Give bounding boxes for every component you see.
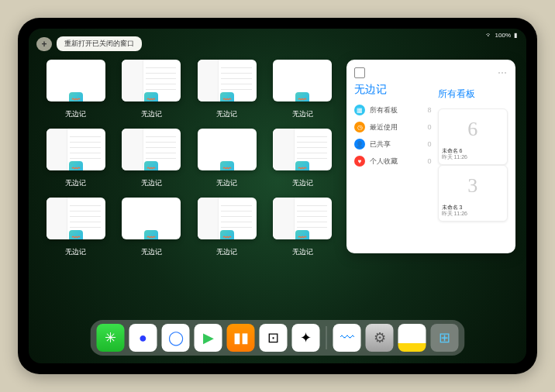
- thumbnail-label: 无边记: [216, 178, 237, 188]
- thumbnail-preview: [122, 60, 181, 101]
- category-label: 最近使用: [370, 122, 398, 132]
- category-count: 0: [428, 157, 432, 165]
- dock-wechat-icon[interactable]: ✳: [97, 324, 125, 352]
- window-grid: 无边记无边记无边记无边记无边记无边记无边记无边记无边记无边记无边记无边记: [40, 60, 346, 317]
- board-card[interactable]: 3未命名 3昨天 11:26: [438, 165, 508, 222]
- thumbnail-label: 无边记: [65, 247, 86, 257]
- more-options-icon[interactable]: ⋯: [498, 67, 508, 78]
- thumbnail-preview: [198, 198, 257, 239]
- freeform-app-icon: [295, 230, 309, 239]
- thumbnail-label: 无边记: [292, 247, 313, 257]
- thumbnail-preview: [273, 198, 332, 239]
- category-label: 所有看板: [370, 105, 398, 115]
- board-meta: 未命名 6昨天 11:26: [442, 148, 504, 161]
- sidebar-toggle-icon[interactable]: [354, 67, 365, 78]
- board-preview: 6: [442, 112, 504, 146]
- category-person[interactable]: 👤已共享0: [354, 139, 432, 150]
- category-count: 0: [428, 140, 432, 148]
- freeform-app-icon: [220, 92, 234, 101]
- thumbnail-label: 无边记: [292, 178, 313, 188]
- ipad-device-frame: ᯤ 100% ▮ + 重新打开已关闭的窗口 无边记无边记无边记无边记无边记无边记…: [18, 18, 537, 374]
- thumbnail-label: 无边记: [141, 178, 162, 188]
- dock-settings-icon[interactable]: ⚙: [366, 324, 394, 352]
- status-bar: ᯤ 100% ▮: [486, 32, 517, 39]
- window-thumbnail[interactable]: 无边记: [267, 129, 340, 188]
- freeform-app-icon: [220, 230, 234, 239]
- dock-app-library-icon[interactable]: ⊞: [431, 324, 459, 352]
- freeform-app-icon: [69, 161, 83, 170]
- window-thumbnail[interactable]: 无边记: [40, 60, 112, 119]
- thumbnail-preview: [198, 60, 257, 101]
- heart-icon: ♥: [354, 156, 365, 167]
- thumbnail-label: 无边记: [292, 109, 313, 119]
- window-thumbnail[interactable]: 无边记: [40, 129, 112, 188]
- reopen-closed-window-button[interactable]: 重新打开已关闭的窗口: [57, 36, 142, 51]
- thumbnail-label: 无边记: [141, 247, 162, 257]
- freeform-app-icon: [144, 230, 158, 239]
- window-thumbnail[interactable]: 无边记: [115, 198, 188, 257]
- freeform-app-icon: [295, 92, 309, 101]
- category-label: 已共享: [370, 139, 391, 150]
- board-card[interactable]: 6未命名 6昨天 11:26: [438, 108, 508, 165]
- thumbnail-label: 无边记: [65, 109, 86, 119]
- freeform-app-icon: [144, 161, 158, 170]
- category-clock[interactable]: ◷最近使用0: [354, 122, 432, 132]
- window-thumbnail[interactable]: 无边记: [267, 60, 340, 119]
- dock-browser1-icon[interactable]: ●: [129, 324, 157, 352]
- thumbnail-preview: [47, 60, 105, 101]
- category-count: 8: [428, 106, 432, 114]
- thumbnail-label: 无边记: [216, 109, 237, 119]
- thumbnail-preview: [273, 60, 332, 101]
- window-thumbnail[interactable]: 无边记: [115, 129, 188, 188]
- board-preview: 3: [442, 169, 504, 203]
- thumbnail-preview: [47, 129, 105, 170]
- dock-separator: [326, 326, 327, 349]
- window-thumbnail[interactable]: 无边记: [191, 60, 264, 119]
- freeform-app-icon: [69, 92, 83, 101]
- dock-dice-icon[interactable]: ⊡: [260, 324, 288, 352]
- battery-percent: 100%: [495, 32, 511, 39]
- category-label: 个人收藏: [370, 156, 398, 167]
- freeform-app-icon: [144, 92, 158, 101]
- window-thumbnail[interactable]: 无边记: [191, 129, 264, 188]
- thumbnail-preview: [47, 198, 105, 239]
- thumbnail-preview: [122, 129, 181, 170]
- dock-play-icon[interactable]: ▶: [195, 324, 222, 352]
- thumbnail-label: 无边记: [65, 178, 86, 188]
- panel-content: ⋯ 所有看板 6未命名 6昨天 11:263未命名 3昨天 11:26: [438, 67, 508, 246]
- thumbnail-preview: [198, 129, 257, 170]
- panel-sidebar: 无边记 ▦所有看板8◷最近使用0👤已共享0♥个人收藏0: [354, 67, 432, 246]
- dock-browser2-icon[interactable]: ◯: [162, 324, 190, 352]
- screen: ᯤ 100% ▮ + 重新打开已关闭的窗口 无边记无边记无边记无边记无边记无边记…: [29, 29, 526, 363]
- thumbnail-label: 无边记: [216, 247, 237, 257]
- window-thumbnail[interactable]: 无边记: [40, 198, 112, 257]
- thumbnail-preview: [122, 198, 181, 239]
- clock-icon: ◷: [354, 122, 365, 132]
- top-controls: + 重新打开已关闭的窗口: [36, 36, 142, 51]
- grid-icon: ▦: [354, 105, 365, 115]
- panel-title: 无边记: [354, 83, 432, 97]
- thumbnail-label: 无边记: [141, 109, 162, 119]
- freeform-app-icon: [69, 230, 83, 239]
- window-thumbnail[interactable]: 无边记: [191, 198, 264, 257]
- category-count: 0: [428, 123, 432, 131]
- new-window-button[interactable]: +: [36, 37, 52, 51]
- dock-notes-icon[interactable]: [398, 324, 426, 352]
- person-icon: 👤: [354, 139, 365, 150]
- dock-nodes-icon[interactable]: ✦: [292, 324, 320, 352]
- window-thumbnail[interactable]: 无边记: [115, 60, 188, 119]
- category-heart[interactable]: ♥个人收藏0: [354, 156, 432, 167]
- dock-freeform-icon[interactable]: 〰: [333, 324, 361, 352]
- window-thumbnail[interactable]: 无边记: [267, 198, 340, 257]
- wifi-icon: ᯤ: [486, 32, 492, 39]
- dock: ✳●◯▶▮▮⊡✦〰⚙⊞: [91, 320, 465, 356]
- category-grid[interactable]: ▦所有看板8: [354, 105, 432, 115]
- thumbnail-preview: [273, 129, 332, 170]
- app-side-panel: 无边记 ▦所有看板8◷最近使用0👤已共享0♥个人收藏0 ⋯ 所有看板 6未命名 …: [346, 60, 515, 253]
- battery-icon: ▮: [514, 32, 517, 39]
- freeform-app-icon: [220, 161, 234, 170]
- dock-books-icon[interactable]: ▮▮: [227, 324, 255, 352]
- panel-right-title: 所有看板: [438, 88, 508, 101]
- freeform-app-icon: [295, 161, 309, 170]
- content-area: 无边记无边记无边记无边记无边记无边记无边记无边记无边记无边记无边记无边记 无边记…: [40, 60, 515, 317]
